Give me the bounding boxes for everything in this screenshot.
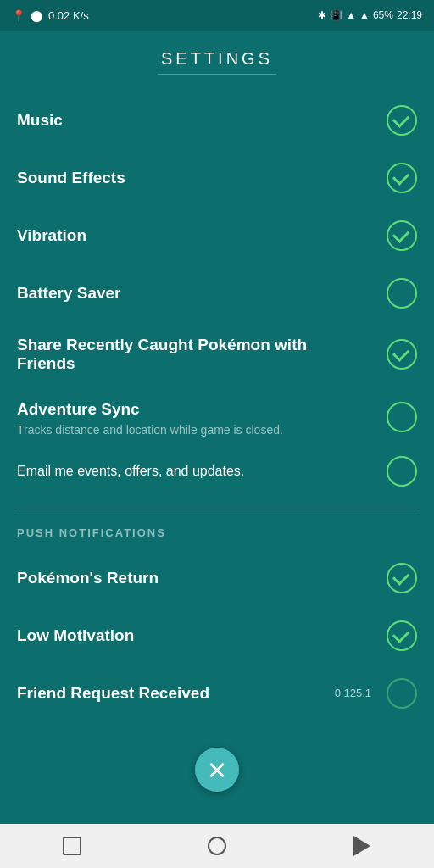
sim-icon: ⬤ (31, 9, 43, 22)
setting-item-adventure-sync[interactable]: Adventure Sync Tracks distance and locat… (17, 387, 417, 442)
bottom-nav (0, 824, 434, 868)
status-right: ✱ 📳 ▲ ▲ 65% 22:19 (318, 9, 422, 21)
battery-text: 65% (373, 9, 393, 21)
vibration-label: Vibration (17, 226, 376, 245)
music-label: Music (17, 111, 376, 130)
adventure-sync-toggle[interactable] (387, 402, 417, 432)
setting-item-low-motivation[interactable]: Low Motivation (17, 607, 417, 665)
battery-saver-label: Battery Saver (17, 284, 376, 303)
circle-icon (208, 837, 226, 855)
setting-item-music[interactable]: Music (17, 92, 417, 149)
setting-item-friend-request[interactable]: Friend Request Received 0.125.1 (17, 665, 417, 722)
pokemon-return-label: Pokémon's Return (17, 569, 376, 587)
setting-item-pokemon-return[interactable]: Pokémon's Return (17, 549, 417, 607)
settings-list: Music Sound Effects Vibration Battery Sa… (0, 92, 434, 500)
speed-text: 0.02 K/s (48, 9, 89, 22)
wifi-icon: ▲ (359, 9, 370, 21)
title-divider (158, 74, 276, 75)
status-bar: 📍 ⬤ 0.02 K/s ✱ 📳 ▲ ▲ 65% 22:19 (0, 0, 434, 31)
email-updates-toggle[interactable] (387, 456, 417, 487)
version-badge: 0.125.1 (335, 687, 371, 699)
setting-item-email-updates[interactable]: Email me events, offers, and updates. (17, 442, 417, 500)
music-toggle[interactable] (387, 105, 417, 136)
time-text: 22:19 (397, 9, 422, 21)
nav-back-button[interactable] (343, 827, 381, 865)
nav-square-button[interactable] (53, 827, 91, 865)
vibrate-icon: 📳 (330, 9, 342, 21)
friend-request-label: Friend Request Received (17, 684, 331, 703)
bluetooth-icon: ✱ (318, 9, 326, 21)
low-motivation-label: Low Motivation (17, 626, 376, 645)
setting-item-sound-effects[interactable]: Sound Effects (17, 149, 417, 207)
triangle-icon (353, 836, 370, 856)
sound-effects-toggle[interactable] (387, 163, 417, 193)
float-close-button[interactable] (195, 748, 239, 792)
battery-saver-toggle[interactable] (387, 278, 417, 309)
location-icon: 📍 (12, 9, 25, 22)
share-pokemon-toggle[interactable] (387, 339, 417, 370)
setting-item-share-pokemon[interactable]: Share Recently Caught Pokémon with Frien… (17, 322, 417, 387)
status-left: 📍 ⬤ 0.02 K/s (12, 9, 89, 22)
adventure-sync-label: Adventure Sync (17, 400, 376, 419)
sound-effects-label: Sound Effects (17, 169, 376, 187)
push-notifications-header: PUSH NOTIFICATIONS (0, 526, 434, 549)
share-pokemon-label: Share Recently Caught Pokémon with Frien… (17, 336, 376, 373)
friend-request-toggle[interactable] (387, 678, 417, 709)
vibration-toggle[interactable] (387, 220, 417, 251)
setting-item-battery-saver[interactable]: Battery Saver (17, 264, 417, 322)
pokemon-return-toggle[interactable] (387, 563, 417, 593)
adventure-sync-text-block: Adventure Sync Tracks distance and locat… (17, 400, 376, 439)
section-divider (17, 509, 417, 509)
signal-icon: ▲ (346, 9, 356, 21)
setting-item-vibration[interactable]: Vibration (17, 207, 417, 264)
square-icon (63, 837, 81, 855)
adventure-sync-sublabel: Tracks distance and location while game … (17, 422, 376, 439)
low-motivation-toggle[interactable] (387, 620, 417, 651)
page-title: SETTINGS (0, 31, 434, 74)
push-notifications-list: Pokémon's Return Low Motivation Friend R… (0, 549, 434, 722)
nav-home-button[interactable] (198, 827, 236, 865)
email-updates-label: Email me events, offers, and updates. (17, 464, 376, 479)
